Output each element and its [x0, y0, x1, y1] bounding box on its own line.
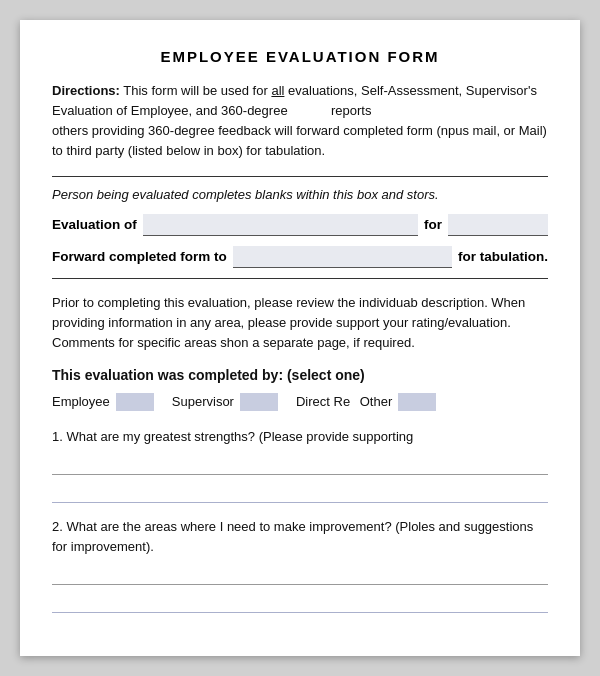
- body-text: Prior to completing this evaluation, ple…: [52, 293, 548, 353]
- directions-label: Directions:: [52, 83, 120, 98]
- for-label: for: [424, 217, 442, 232]
- q1-answer-line-1[interactable]: [52, 455, 548, 475]
- forward-label: Forward completed form to: [52, 249, 227, 264]
- question-2-section: 2. What are the areas where I need to ma…: [52, 517, 548, 613]
- directions-text3: reports: [331, 103, 371, 118]
- completed-by-heading: This evaluation was completed by: (selec…: [52, 367, 548, 383]
- divider-bottom: [52, 278, 548, 279]
- directions-text1: This form will be used for: [123, 83, 271, 98]
- q2-answer-line-2[interactable]: [52, 593, 548, 613]
- evaluation-row: Evaluation of for: [52, 214, 548, 236]
- question-1-section: 1. What are my greatest strengths? (Plea…: [52, 427, 548, 503]
- employee-checkbox[interactable]: [116, 393, 154, 411]
- select-supervisor: Supervisor: [172, 393, 278, 411]
- q2-text: What are the areas where I need to make …: [52, 519, 533, 554]
- forward-row: Forward completed form to for tabulation…: [52, 246, 548, 268]
- select-employee: Employee: [52, 393, 154, 411]
- evaluation-label: Evaluation of: [52, 217, 137, 232]
- q1-answer-line-2[interactable]: [52, 483, 548, 503]
- form-page: EMPLOYEE EVALUATION FORM Directions: Thi…: [20, 20, 580, 656]
- q1-text: What are my greatest strengths? (Please …: [66, 429, 413, 444]
- other-label-inline: Other: [356, 394, 392, 409]
- directions-text4: others providing 360-degree feedback wil…: [52, 123, 547, 158]
- forward-to-input[interactable]: [233, 246, 452, 268]
- page-title: EMPLOYEE EVALUATION FORM: [52, 48, 548, 65]
- employee-label: Employee: [52, 394, 110, 409]
- evaluation-name-input[interactable]: [143, 214, 418, 236]
- q2-number: 2.: [52, 519, 66, 534]
- supervisor-checkbox[interactable]: [240, 393, 278, 411]
- divider-top: [52, 176, 548, 177]
- q1-number: 1.: [52, 429, 66, 444]
- q2-answer-line-1[interactable]: [52, 565, 548, 585]
- select-direct-re: Direct Re Other: [296, 393, 436, 411]
- tabulation-label: for tabulation.: [458, 249, 548, 264]
- direct-re-label: Direct Re: [296, 394, 350, 409]
- question-2-text: 2. What are the areas where I need to ma…: [52, 517, 548, 557]
- question-1-text: 1. What are my greatest strengths? (Plea…: [52, 427, 548, 447]
- other-checkbox[interactable]: [398, 393, 436, 411]
- select-options-row: Employee Supervisor Direct Re Other: [52, 393, 548, 411]
- supervisor-label: Supervisor: [172, 394, 234, 409]
- box-note: Person being evaluated completes blanks …: [52, 187, 548, 202]
- evaluation-for-input[interactable]: [448, 214, 548, 236]
- directions-underline: all: [271, 83, 284, 98]
- directions-section: Directions: This form will be used for a…: [52, 81, 548, 162]
